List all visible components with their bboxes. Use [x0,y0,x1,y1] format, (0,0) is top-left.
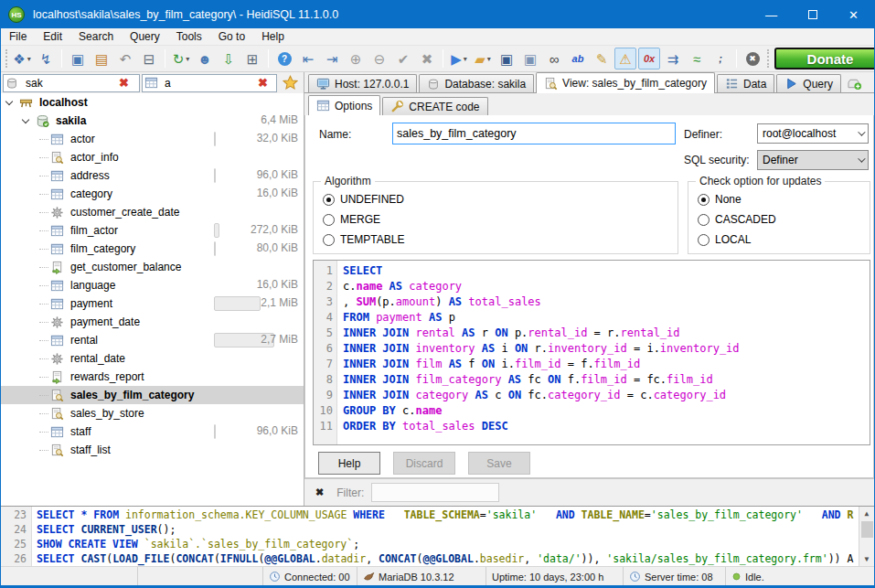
menu-item-file[interactable]: File [1,28,35,45]
tree-item-rental_date[interactable]: rental_date [1,349,304,368]
log-scrollbar[interactable]: ▲ ▼ [859,507,874,566]
tree-item-payment[interactable]: payment2,1 MiB [1,294,304,313]
subtab-create-code[interactable]: CREATE code [382,97,487,115]
replace-icon[interactable]: ab [567,48,589,69]
tree-item-actor_info[interactable]: actor_info [1,148,304,166]
menu-item-go-to[interactable]: Go to [210,28,253,45]
tree-item-film_actor[interactable]: film_actor272,0 KiB [1,221,304,240]
tree-item-film_category[interactable]: film_category80,0 KiB [1,240,304,258]
tree-item-category[interactable]: category16,0 KiB [1,185,304,203]
menu-item-edit[interactable]: Edit [35,28,70,45]
tab-host-127-0-0-1[interactable]: Host: 127.0.0.1 [308,74,417,92]
tree-item-sales_by_store[interactable]: sales_by_store [1,404,304,422]
scroll-up-icon[interactable]: ▲ [859,507,874,520]
tab-query[interactable]: Query [776,74,841,92]
dropdown-arrow-icon[interactable]: ▾ [186,55,189,63]
clear-table-filter-icon[interactable]: ✖ [256,77,270,89]
filter-input[interactable] [371,483,499,502]
session-manager-icon[interactable]: ❖ ▾ [11,48,33,69]
table-filter-input[interactable] [165,76,256,91]
tree-item-language[interactable]: language16,0 KiB [1,276,304,294]
minimize-button[interactable]: — [751,1,792,28]
scroll-thumb[interactable] [861,521,873,538]
add-tab-icon[interactable] [847,77,863,91]
tree-item-sakila[interactable]: sakila6,4 MiB [1,112,304,130]
save-snippet-icon[interactable]: ⊞ [241,48,263,69]
tree-item-customer_create_date[interactable]: customer_create_date [1,203,304,221]
clear-database-filter-icon[interactable]: ✖ [117,77,131,89]
donate-button[interactable]: Donate [774,48,875,69]
hex-view-icon[interactable]: 0x [638,48,660,69]
run-query-icon[interactable]: ▶ ▾ [448,48,470,69]
toolbar-drag-handle[interactable] [5,49,7,68]
tab-database-sakila[interactable]: Database: sakila [419,74,534,92]
save-button[interactable]: Save [468,452,530,475]
close-button[interactable]: ✕ [833,1,874,28]
discard-button[interactable]: Discard [393,452,455,475]
save-as-icon[interactable]: ▣ [519,48,541,69]
delete-record-icon[interactable]: ⊖ [368,48,390,69]
radio-algorithm-undefined[interactable]: UNDEFINED [314,189,678,209]
help-icon[interactable]: ? [273,48,295,69]
print-icon[interactable]: ⊟ [138,48,160,69]
insert-record-icon[interactable]: ⊕ [345,48,367,69]
scroll-down-icon[interactable]: ▼ [859,552,874,566]
tree-item-sales_by_film_category[interactable]: sales_by_film_category [1,386,304,404]
radio-check-option-none[interactable]: None [688,189,870,209]
save-file-icon[interactable]: ▣ [496,48,518,69]
tree-item-get_customer_balance[interactable]: get_customer_balance [1,258,304,276]
radio-algorithm-temptable[interactable]: TEMPTABLE [314,230,678,250]
delimiter-icon[interactable]: ; [710,48,731,69]
reformat-icon[interactable]: ≈ [686,48,708,69]
subtab-options[interactable]: Options [308,95,380,115]
cancel-editing-icon[interactable]: ✖ [416,48,438,69]
view-name-input[interactable] [392,123,676,144]
first-record-icon[interactable]: ⇤ [297,48,319,69]
stop-icon[interactable]: ✖ [742,48,763,69]
user-manager-icon[interactable]: ☻ [194,48,216,69]
menu-item-tools[interactable]: Tools [168,28,210,45]
tree-item-rental[interactable]: rental2,7 MiB [1,331,304,349]
menu-item-help[interactable]: Help [253,28,293,45]
format-code-icon[interactable]: ✎ [591,48,613,69]
post-record-icon[interactable]: ✔ [392,48,414,69]
tree-item-localhost[interactable]: localhost [1,93,304,112]
maximize-button[interactable] [792,1,833,28]
tree-item-actor[interactable]: actor32,0 KiB [1,130,304,148]
close-filter-icon[interactable]: ✖ [315,486,324,498]
tree-item-staff[interactable]: staff96,0 KiB [1,422,304,441]
refresh-icon[interactable]: ↻ ▾ [170,48,192,69]
sql-security-combobox[interactable]: Definer [757,150,869,170]
toolbar-drag-handle[interactable] [767,49,772,68]
dropdown-arrow-icon[interactable]: ▾ [487,55,491,63]
view-sql-editor[interactable]: 1234567891011 SELECTc.name AS category, … [313,260,870,445]
syntax-warning-icon[interactable]: ⚠ [614,48,636,69]
tree-item-staff_list[interactable]: staff_list [1,441,304,459]
dropdown-arrow-icon[interactable]: ▾ [27,55,31,63]
export-tables-icon[interactable]: ⇩ [218,48,240,69]
last-record-icon[interactable]: ⇥ [321,48,343,69]
database-filter-input[interactable] [26,76,117,91]
menu-item-query[interactable]: Query [122,28,168,45]
undo-icon[interactable]: ↶ [114,48,136,69]
dropdown-arrow-icon[interactable]: ▾ [464,55,467,63]
definer-combobox[interactable]: root@localhost [757,123,869,144]
menu-item-search[interactable]: Search [70,28,122,45]
tab-view-sales-by-film-category[interactable]: View: sales_by_film_category [536,72,715,93]
find-icon[interactable]: ∞ [543,48,565,69]
expand-chevron-icon[interactable] [22,115,29,123]
copy-icon[interactable]: ▣ [67,48,89,69]
radio-check-option-cascaded[interactable]: CASCADED [688,209,870,230]
help-button[interactable]: Help [318,452,380,475]
tab-data[interactable]: Data [717,74,774,92]
radio-check-option-local[interactable]: LOCAL [688,230,870,250]
tree-item-rewards_report[interactable]: rewards_report [1,368,304,386]
indent-icon[interactable]: ⇉ [662,48,684,69]
expand-chevron-icon[interactable] [5,97,13,104]
favorites-star-icon[interactable] [283,75,298,91]
disconnect-icon[interactable]: ↯ [35,48,57,69]
radio-algorithm-merge[interactable]: MERGE [314,209,678,230]
tree-item-address[interactable]: address96,0 KiB [1,166,304,185]
paste-icon[interactable]: ▤ [91,48,112,69]
tree-item-payment_date[interactable]: payment_date [1,313,304,331]
